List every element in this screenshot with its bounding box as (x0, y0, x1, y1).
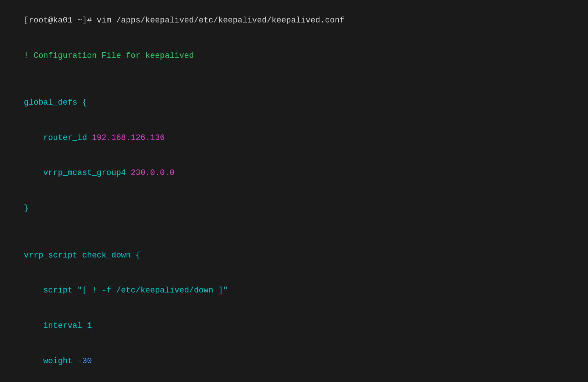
global-defs-close-text: } (24, 204, 29, 213)
script1-line: script "[ ! -f /etc/keepalived/down ]" (4, 273, 584, 308)
interval1-text: interval 1 (24, 321, 92, 330)
vrrp-script1-open: vrrp_script check_down { (4, 238, 584, 273)
weight1-line: weight -30 (4, 344, 584, 379)
router-id-val: 192.168.126.136 (92, 133, 165, 143)
interval1-line: interval 1 (4, 308, 584, 344)
global-defs-open: global_defs { (4, 85, 584, 120)
global-defs-close: } (4, 191, 584, 226)
terminal-window: [root@ka01 ~]# vim /apps/keepalived/etc/… (4, 3, 584, 382)
vrrp-mcast-label: vrrp_mcast_group4 (24, 168, 131, 178)
router-id-label: router_id (24, 133, 92, 143)
fall1-line: fall 3 (4, 379, 584, 382)
blank-line-2 (4, 226, 584, 238)
weight1-label: weight (24, 357, 77, 366)
comment-line: ! Configuration File for keepalived (4, 38, 584, 74)
blank-line-1 (4, 73, 584, 85)
comment-text: ! Configuration File for keepalived (24, 51, 194, 60)
prompt-text: [root@ka01 ~]# vim /apps/keepalived/etc/… (24, 16, 344, 25)
vrrp-mcast-line: vrrp_mcast_group4 230.0.0.0 (4, 156, 584, 191)
vrrp-mcast-val: 230.0.0.0 (131, 168, 174, 178)
prompt-line: [root@ka01 ~]# vim /apps/keepalived/etc/… (4, 3, 584, 38)
vrrp-script1-open-text: vrrp_script check_down { (24, 251, 141, 260)
router-id-line: router_id 192.168.126.136 (4, 120, 584, 156)
weight1-val: -30 (77, 357, 92, 366)
global-defs-open-text: global_defs { (24, 98, 87, 107)
script1-text: script "[ ! -f /etc/keepalived/down ]" (24, 286, 228, 295)
